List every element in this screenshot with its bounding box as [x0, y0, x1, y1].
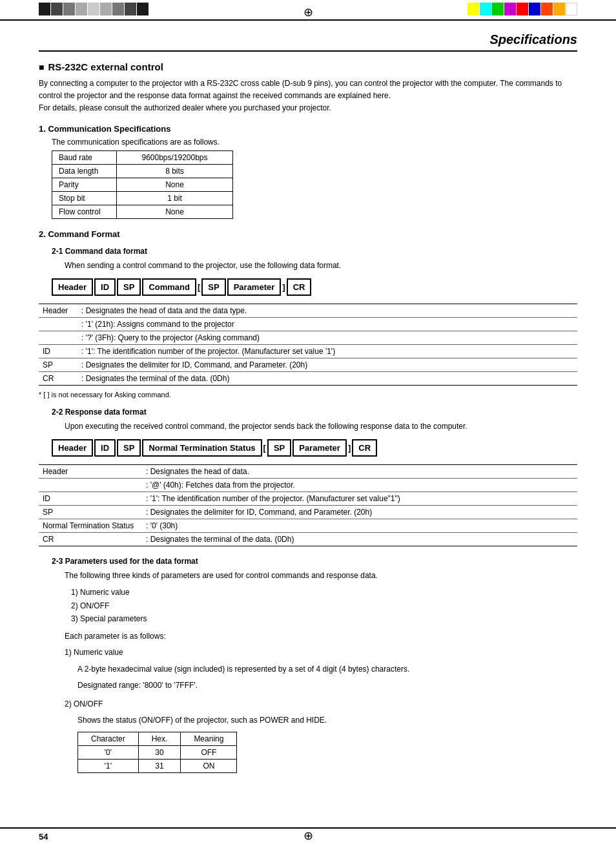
table-row: Data length 8 bits — [52, 164, 233, 178]
list-item: 1) Numeric value — [71, 586, 577, 599]
bracket-close: ] — [282, 282, 285, 292]
table-row: SP : Designates the delimiter for ID, Co… — [39, 358, 577, 371]
table-cell: 1 bit — [117, 191, 233, 205]
table-row: Header : Designates the head of data. — [39, 464, 577, 478]
cmd-data-table: Header : Designates the head of data and… — [39, 304, 577, 386]
crosshair-bottom: ⊕ — [303, 829, 313, 843]
list-item: 3) Special parameters — [71, 612, 577, 625]
numeric-title: 1) Numeric value — [65, 646, 577, 659]
intro-text: By connecting a computer to the projecto… — [39, 78, 577, 115]
onoff-section: 2) ON/OFF Shows the status (ON/OFF) of t… — [65, 698, 577, 773]
resp-box-header: Header — [52, 439, 93, 457]
bracket-open: [ — [198, 282, 200, 292]
resp-data-table: Header : Designates the head of data. : … — [39, 464, 577, 546]
cmd-box-command: Command — [142, 278, 196, 296]
table-cell-desc: : '1': The identification number of the … — [142, 491, 577, 505]
table-cell: Parity — [52, 178, 117, 191]
resp-box-sp2: SP — [267, 439, 291, 457]
cmd-box-parameter: Parameter — [227, 278, 282, 296]
table-row: Flow control None — [52, 205, 233, 218]
table-cell: '1' — [78, 760, 139, 773]
table-cell: Stop bit — [52, 191, 117, 205]
resp-box-nts: Normal Termination Status — [142, 439, 262, 457]
cmd-footnote: * [ ] is not necessary for Asking comman… — [39, 391, 577, 398]
cmd-format-title: 2. Command Format — [39, 229, 577, 239]
page-number: 54 — [39, 832, 48, 842]
sub3-title: 2-3 Parameters used for the data format — [52, 557, 577, 566]
table-cell-desc: : Designates the delimiter for ID, Comma… — [77, 358, 577, 371]
comm-specs-table: Baud rate 9600bps/19200bps Data length 8… — [52, 150, 233, 219]
comm-specs-title: 1. Communication Specifications — [39, 124, 577, 134]
cmd-format-display: Header ID SP Command [ SP Parameter ] CR — [52, 278, 577, 296]
table-cell-desc: : '1': The identification number of the … — [77, 344, 577, 358]
table-cell-desc: : Designates the terminal of the data. (… — [77, 371, 577, 385]
table-row: : '1' (21h): Assigns command to the proj… — [39, 317, 577, 331]
table-cell: ON — [181, 760, 237, 773]
table-row: Character Hex. Meaning — [78, 732, 237, 746]
table-cell-label: SP — [39, 505, 142, 519]
cmd-box-sp2: SP — [201, 278, 225, 296]
resp-box-id: ID — [94, 439, 116, 457]
page-border-bottom — [0, 827, 616, 829]
col-header: Hex. — [138, 732, 181, 746]
sub1-title: 2-1 Command data format — [52, 247, 577, 256]
char-table: Character Hex. Meaning '0' 30 OFF '1' 31… — [77, 732, 237, 773]
table-row: Baud rate 9600bps/19200bps — [52, 150, 233, 164]
table-cell-label — [39, 478, 142, 491]
resp-format-display: Header ID SP Normal Termination Status [… — [52, 439, 577, 457]
comm-specs-intro: The communication specifications are as … — [52, 138, 577, 147]
table-row: Stop bit 1 bit — [52, 191, 233, 205]
cmd-box-header: Header — [52, 278, 93, 296]
numeric-range: Designated range: '8000' to '7FFF'. — [77, 679, 577, 692]
table-row: ID : '1': The identification number of t… — [39, 491, 577, 505]
table-cell-label: SP — [39, 358, 77, 371]
section-title: RS-232C external control — [39, 61, 577, 72]
table-cell-desc: : Designates the head of data and the da… — [77, 304, 577, 317]
each-param-label: Each parameter is as follows: — [65, 630, 577, 643]
table-cell: OFF — [181, 746, 237, 760]
param-list: 1) Numeric value 2) ON/OFF 3) Special pa… — [65, 586, 577, 625]
table-cell-desc: : '1' (21h): Assigns command to the proj… — [77, 317, 577, 331]
table-cell-desc: : '@' (40h): Fetches data from the proje… — [142, 478, 577, 491]
main-content: Specifications RS-232C external control … — [39, 26, 577, 773]
table-row: CR : Designates the terminal of the data… — [39, 371, 577, 385]
table-row: '0' 30 OFF — [78, 746, 237, 760]
crosshair-top: ⊕ — [303, 5, 313, 19]
table-row: Parity None — [52, 178, 233, 191]
table-cell-label — [39, 317, 77, 331]
onoff-title: 2) ON/OFF — [65, 698, 577, 710]
table-cell-label: ID — [39, 491, 142, 505]
onoff-desc: Shows the status (ON/OFF) of the project… — [77, 714, 577, 727]
table-row: : '@' (40h): Fetches data from the proje… — [39, 478, 577, 491]
list-item: 2) ON/OFF — [71, 599, 577, 612]
table-row: Normal Termination Status : '0' (30h) — [39, 519, 577, 532]
table-cell-label — [39, 331, 77, 344]
resp-box-sp1: SP — [117, 439, 141, 457]
col-header: Character — [78, 732, 139, 746]
table-cell: None — [117, 178, 233, 191]
table-cell-desc: : Designates the terminal of the data. (… — [142, 532, 577, 546]
page-border-top — [0, 19, 616, 21]
table-cell: Data length — [52, 164, 117, 178]
table-cell-desc: : Designates the head of data. — [142, 464, 577, 478]
table-row: CR : Designates the terminal of the data… — [39, 532, 577, 546]
table-row: ID : '1': The identification number of t… — [39, 344, 577, 358]
cmd-box-cr: CR — [287, 278, 312, 296]
col-header: Meaning — [181, 732, 237, 746]
color-bars-right — [467, 3, 577, 16]
resp-box-parameter: Parameter — [293, 439, 347, 457]
table-cell-label: CR — [39, 371, 77, 385]
color-bars-left — [39, 3, 149, 16]
table-row: : '?' (3Fh): Query to the projector (Ask… — [39, 331, 577, 344]
numeric-section: 1) Numeric value A 2-byte hexadecimal va… — [65, 646, 577, 692]
table-cell: 8 bits — [117, 164, 233, 178]
table-cell: '0' — [78, 746, 139, 760]
table-cell-label: ID — [39, 344, 77, 358]
cmd-box-id: ID — [94, 278, 116, 296]
table-cell: None — [117, 205, 233, 218]
table-cell-desc: : Designates the delimiter for ID, Comma… — [142, 505, 577, 519]
numeric-desc: A 2-byte hexadecimal value (sign include… — [77, 663, 577, 676]
sub3-intro: The following three kinds of parameters … — [65, 570, 577, 582]
table-row: SP : Designates the delimiter for ID, Co… — [39, 505, 577, 519]
table-row: Header : Designates the head of data and… — [39, 304, 577, 317]
